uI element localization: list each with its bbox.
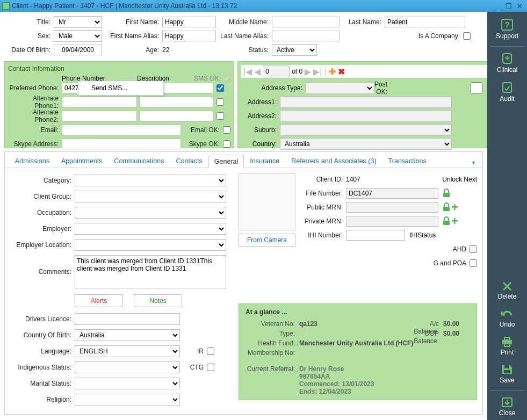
email-input[interactable] [62,125,181,135]
alt-desc1-input[interactable] [139,97,213,107]
address-page-input[interactable] [263,66,290,77]
address2-input[interactable] [280,110,452,122]
last-alias-input[interactable] [272,31,340,41]
support-button[interactable]: ? Support [490,16,524,43]
ihi-status-label: IHIStatus [409,231,436,239]
skype-ok-checkbox[interactable] [223,140,230,148]
alerts-button[interactable]: Alerts [75,294,123,307]
employer-loc-select[interactable] [75,239,226,251]
client-group-select[interactable] [75,191,226,202]
email-label: Email: [8,126,62,134]
from-camera-button[interactable]: From Camera [239,234,295,247]
health-fund-value: Manchester Unity Australia Ltd (HCF) [299,339,470,349]
address-panel: |◀ ◀ of 0 ▶ ▶| ✚ ✖ Address Type: Post OK… [237,61,487,148]
dob-input[interactable] [54,45,102,55]
middle-name-input[interactable] [272,17,340,27]
category-select[interactable] [75,175,226,186]
tab-admissions[interactable]: Admissions [9,154,55,168]
ahd-label: AHD [453,245,470,253]
nav-last-icon[interactable]: ▶| [313,67,322,77]
ihi-number-input[interactable] [346,230,405,241]
status-select[interactable]: Active [272,44,317,56]
tab-contacts[interactable]: Contacts [170,154,208,168]
alt-desc2-input[interactable] [139,111,213,121]
ctg-label: CTG [180,364,207,371]
email-ok-label: Email OK: [181,126,223,134]
cob-select[interactable]: Australia [75,329,180,341]
lock-icon[interactable] [442,189,451,198]
occupation-select[interactable] [75,207,226,219]
comments-textarea[interactable]: This client was merged from Client ID 13… [75,255,226,288]
preferred-phone-label: Preferred Phone: [8,84,62,92]
language-select[interactable]: ENGLISH [75,345,180,357]
last-name-input[interactable] [385,17,465,27]
category-label: Category: [10,177,75,184]
tab-referrers[interactable]: Referrers and Associates (3) [285,154,382,168]
employer-select[interactable] [75,223,226,235]
file-number-input[interactable] [346,188,438,199]
print-button[interactable]: Print [490,334,524,359]
nav-prev-icon[interactable]: ◀ [254,67,261,77]
alt2-sms-checkbox[interactable] [216,112,224,120]
delete-address-icon[interactable]: ✖ [338,67,345,77]
tab-appointments[interactable]: Appointments [55,154,108,168]
preferred-sms-checkbox[interactable] [216,84,224,92]
country-select[interactable]: Australia [280,138,452,150]
ir-checkbox[interactable] [207,347,214,355]
lock-icon[interactable] [442,202,451,212]
indigenous-select[interactable] [75,361,180,373]
nav-first-icon[interactable]: |◀ [243,67,252,77]
minimize-button[interactable]: _ [493,2,503,10]
public-mrn-input[interactable] [346,202,438,213]
audit-icon [500,81,515,94]
add-address-icon[interactable]: ✚ [329,67,336,77]
tab-general[interactable]: General [208,155,244,168]
drivers-licence-input[interactable] [75,313,180,325]
address1-input[interactable] [280,96,452,108]
print-icon [500,336,515,347]
client-id-label: Client ID: [304,176,346,183]
nav-next-icon[interactable]: ▶ [305,67,311,77]
address-type-select[interactable] [306,82,374,94]
undo-button[interactable]: Undo [490,306,524,331]
add-private-mrn-icon[interactable]: + [451,216,458,226]
tab-insurance[interactable]: Insurance [244,154,285,168]
alt-phone2-input[interactable] [62,111,137,121]
audit-button[interactable]: Audit [490,79,524,106]
notes-button[interactable]: Notes [134,294,182,307]
send-sms-menu-item[interactable]: Send SMS... [78,81,163,95]
email-ok-checkbox[interactable] [223,126,230,134]
first-name-input[interactable] [162,17,216,27]
tabs-overflow-icon[interactable]: ▾ [469,157,478,168]
delete-button[interactable]: Delete [490,278,524,303]
tab-communications[interactable]: Communications [108,154,170,168]
photo-placeholder [239,173,295,230]
occupation-label: Occupation: [10,209,75,216]
sex-select[interactable]: Male [54,30,102,42]
ihi-number-label: IHI Number: [304,231,346,239]
tab-transactions[interactable]: Transactions [382,154,432,168]
add-public-mrn-icon[interactable]: + [451,202,458,212]
public-mrn-label: Public MRN: [304,204,346,211]
gpoa-checkbox[interactable] [470,259,477,267]
skype-input[interactable] [62,139,181,149]
alt1-sms-checkbox[interactable] [216,98,224,106]
private-mrn-input[interactable] [346,216,438,227]
alt-phone1-input[interactable] [62,97,137,107]
country-label: Country: [241,140,280,148]
close-window-button[interactable]: ✕ [514,2,525,10]
is-company-checkbox[interactable] [463,32,471,40]
ahd-checkbox[interactable] [470,245,477,253]
title-select[interactable]: Mr [54,16,102,28]
religion-select[interactable] [75,394,180,405]
lock-icon[interactable] [442,216,451,226]
close-button[interactable]: Close [490,394,524,420]
maximize-button[interactable]: ❐ [503,2,514,10]
marital-select[interactable] [75,378,180,389]
save-button[interactable]: Save [490,361,524,387]
ctg-checkbox[interactable] [207,364,214,371]
suburb-select[interactable] [280,124,452,136]
first-alias-input[interactable] [162,31,216,41]
clinical-button[interactable]: Clinical [490,50,524,77]
post-ok-checkbox[interactable] [391,82,487,94]
